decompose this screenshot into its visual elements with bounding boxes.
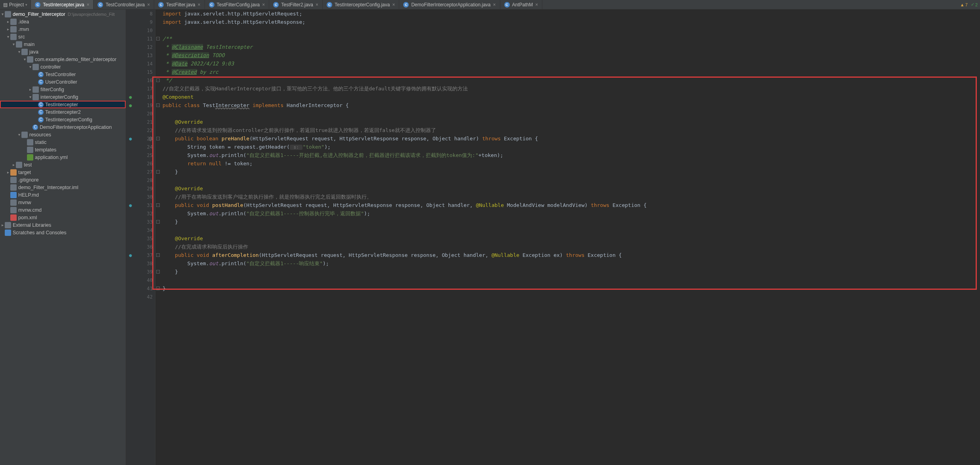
tree-item-test[interactable]: ▸test [0,161,126,168]
code-line[interactable]: } [163,168,980,176]
warnings-indicator[interactable]: ▲ 7 [960,2,968,7]
line-number[interactable]: 26 [126,159,155,168]
tree-item-demo_filter_interceptor-iml[interactable]: demo_Filter_Interceptor.iml [0,184,126,191]
fold-toggle-icon[interactable]: − [156,37,160,40]
tree-item-templates[interactable]: templates [0,146,126,153]
tree-item-help-md[interactable]: HELP.md [0,191,126,199]
tree-arrow-icon[interactable]: ▾ [17,132,21,137]
code-line[interactable] [163,293,980,301]
code-line[interactable]: @Override [163,234,980,243]
code-line[interactable]: //在将请求发送到控制器controller之前执行操作，若返回true就进入控… [163,126,980,134]
line-number[interactable]: 15 [126,68,155,76]
code-line[interactable]: //用于在将响应发送到客户端之前执行操作，就是控制器执行完之后返回数据时执行。 [163,193,980,201]
code-area[interactable]: import javax.servlet.http.HttpServletReq… [161,10,980,465]
tree-item-src[interactable]: ▾src [0,33,126,40]
code-line[interactable] [163,176,980,184]
fold-cell[interactable]: − [155,251,161,259]
tree-arrow-icon[interactable]: ▾ [28,95,33,99]
code-line[interactable]: * @Date 2022/4/12 9:03 [163,59,980,68]
tree-item-pom-xml[interactable]: pom.xml [0,214,126,221]
code-line[interactable]: import javax.servlet.http.HttpServletReq… [163,10,980,18]
gutter-mark-icon[interactable]: ● [128,253,133,258]
tree-item-testintercepter2[interactable]: CTestIntercepter2 [0,108,126,116]
tree-item-testintercepterconfig[interactable]: CTestIntercepterConfig [0,116,126,123]
line-number[interactable]: 14 [126,59,155,68]
line-number[interactable]: 9 [126,18,155,26]
fold-cell[interactable] [155,243,161,251]
fold-cell[interactable] [155,193,161,201]
tree-arrow-icon[interactable]: ▸ [6,19,10,24]
tree-arrow-icon[interactable]: ▸ [6,27,10,31]
code-line[interactable]: @Override [163,184,980,193]
close-icon[interactable]: × [147,2,150,8]
fold-cell[interactable] [155,126,161,134]
fold-cell[interactable] [155,226,161,234]
fold-cell[interactable] [155,151,161,159]
tree-item--mvn[interactable]: ▸.mvn [0,25,126,33]
tree-item-demofilterinterceptorapplication[interactable]: CDemoFilterInterceptorApplication [0,123,126,131]
tree-item-application-yml[interactable]: application.yml [0,153,126,161]
line-number[interactable]: 30 [126,193,155,201]
line-number[interactable]: 20 [126,109,155,118]
fold-cell[interactable] [155,26,161,34]
tree-item-main[interactable]: ▾main [0,40,126,48]
code-editor[interactable]: 891011121314151617●18●19202122●@23242526… [126,10,980,465]
tree-arrow-icon[interactable]: ▸ [11,163,16,167]
line-number[interactable]: 25 [126,151,155,159]
line-number[interactable]: 42 [126,293,155,301]
fold-cell[interactable] [155,259,161,268]
line-number[interactable]: 24 [126,143,155,151]
code-line[interactable]: @Component [163,93,980,101]
fold-toggle-icon[interactable]: − [156,78,160,82]
code-line[interactable]: @Override [163,118,980,126]
fold-toggle-icon[interactable]: − [156,270,160,274]
project-tree[interactable]: ▾demo_Filter_InterceptorD:\javaproject\d… [0,10,126,465]
line-number[interactable]: ●31 [126,201,155,209]
fold-toggle-icon[interactable]: − [156,287,160,290]
line-number[interactable]: 21 [126,118,155,126]
code-line[interactable]: public void afterCompletion(HttpServletR… [163,251,980,259]
ok-indicator[interactable]: ✓ 2 [971,2,978,7]
line-number[interactable]: 10 [126,26,155,34]
fold-cell[interactable] [155,109,161,118]
tab-demofilterinterceptorapplication-java[interactable]: CDemoFilterInterceptorApplication.java× [399,0,500,9]
tree-item-testintercepter[interactable]: CTestIntercepter [0,101,126,108]
line-number[interactable]: 38 [126,259,155,268]
tree-item-filterconfig[interactable]: ▸filterConfig [0,86,126,93]
tree-arrow-icon[interactable]: ▾ [6,34,10,39]
fold-toggle-icon[interactable]: − [156,253,160,257]
line-number[interactable]: ●37 [126,251,155,259]
fold-cell[interactable]: − [155,284,161,293]
tab-testfilter-java[interactable]: CTestFilter.java× [154,0,205,9]
tree-item--idea[interactable]: ▸.idea [0,18,126,25]
fold-cell[interactable] [155,176,161,184]
fold-cell[interactable] [155,68,161,76]
line-number[interactable]: 17 [126,84,155,93]
line-number[interactable]: 40 [126,276,155,284]
fold-toggle-icon[interactable]: − [156,220,160,224]
code-line[interactable]: public class TestIntercepter implements … [163,101,980,109]
tree-item-external-libraries[interactable]: ▸External Libraries [0,221,126,229]
line-number[interactable]: 13 [126,51,155,59]
line-number[interactable]: 22 [126,126,155,134]
fold-cell[interactable] [155,43,161,51]
code-line[interactable]: String token = request.getHeader( s: "to… [163,143,980,151]
fold-cell[interactable] [155,184,161,193]
code-line[interactable]: * @Created by zrc [163,68,980,76]
project-tool-label[interactable]: ▤ Project ▾ [0,0,31,9]
line-number[interactable]: 34 [126,226,155,234]
line-number[interactable]: 36 [126,243,155,251]
tree-item-com-example-demo_filter_interceptor[interactable]: ▾com.example.demo_filter_interceptor [0,55,126,63]
line-number[interactable]: 8 [126,10,155,18]
fold-cell[interactable] [155,93,161,101]
tab-antpathm[interactable]: CAntPathM× [500,0,543,9]
close-icon[interactable]: × [86,2,89,8]
fold-cell[interactable] [155,118,161,126]
fold-cell[interactable]: − [155,218,161,226]
code-line[interactable] [163,276,980,284]
fold-cell[interactable] [155,10,161,18]
fold-cell[interactable] [155,51,161,59]
tree-item-target[interactable]: ▸target [0,168,126,176]
tab-testfilter2-java[interactable]: CTestFilter2.java× [269,0,323,9]
tree-arrow-icon[interactable]: ▾ [28,65,33,69]
